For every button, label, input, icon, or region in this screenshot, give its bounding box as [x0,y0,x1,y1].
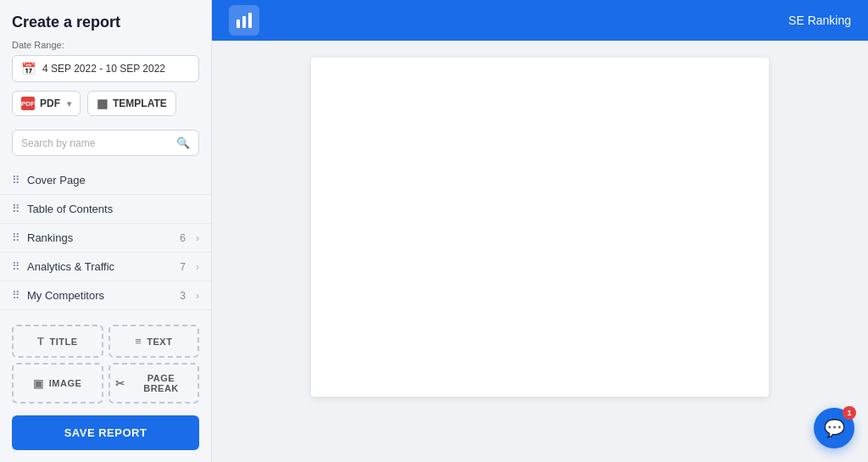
text-icon: ≡ [135,335,142,348]
report-preview-area [212,41,868,462]
chevron-right-icon: › [196,261,199,273]
drag-icon: ⠿ [12,231,20,244]
report-page [311,58,769,397]
chevron-right-icon: › [196,290,199,302]
section-count: 3 [180,290,186,302]
drag-icon: ⠿ [12,203,20,215]
date-range-value: 4 SEP 2022 - 10 SEP 2022 [42,63,165,75]
report-logo [229,5,259,36]
add-title-label: TITLE [49,337,77,347]
section-item-cover-page[interactable]: ⠿ Cover Page [0,166,211,195]
save-report-button[interactable]: SAVE REPORT [12,415,199,450]
search-input[interactable] [21,137,170,149]
section-item-rankings[interactable]: ⠿ Rankings 6 › [0,224,211,253]
search-icon: 🔍 [176,136,190,149]
format-row: PDF PDF ▾ ▦ TEMPLATE [12,91,199,116]
section-count: 6 [180,232,186,244]
section-name: Rankings [27,231,173,244]
section-item-my-competitors[interactable]: ⠿ My Competitors 3 › [0,281,211,310]
section-item-table-of-contents[interactable]: ⠿ Table of Contents [0,195,211,224]
report-header: SE Ranking [212,0,868,41]
section-name: My Competitors [27,289,173,302]
add-text-label: TEXT [147,337,172,347]
pdf-dropdown[interactable]: PDF PDF ▾ [12,91,81,116]
title-icon: T [37,335,44,348]
section-item-social-media[interactable]: ⠿ Social Media 3 › [0,310,211,318]
section-name: Table of Contents [27,203,199,215]
section-name: Cover Page [27,174,199,186]
drag-icon: ⠿ [12,174,20,186]
add-block-buttons: T TITLE ≡ TEXT ▣ IMAGE ✂ PAGE BREAK [0,318,211,410]
add-page-break-button[interactable]: ✂ PAGE BREAK [108,363,200,404]
section-list: ⠿ Cover Page ⠿ Table of Contents ⠿ Ranki… [0,163,211,318]
left-panel: Create a report Date Range: 📅 4 SEP 2022… [0,0,212,462]
image-icon: ▣ [33,377,44,390]
svg-rect-0 [236,19,240,28]
section-item-analytics-traffic[interactable]: ⠿ Analytics & Traffic 7 › [0,253,211,281]
template-button[interactable]: ▦ TEMPLATE [87,91,176,116]
calendar-icon: 📅 [21,62,36,75]
search-container: 🔍 [0,123,211,163]
date-range-picker[interactable]: 📅 4 SEP 2022 - 10 SEP 2022 [12,55,199,82]
chevron-right-icon: › [196,232,199,244]
svg-rect-2 [248,13,252,28]
panel-header: Create a report Date Range: 📅 4 SEP 2022… [0,0,211,123]
drag-icon: ⠿ [12,289,20,302]
chat-widget[interactable]: 💬 1 [814,408,854,448]
add-image-label: IMAGE [49,378,82,388]
pdf-chevron-icon: ▾ [67,99,71,109]
add-image-button[interactable]: ▣ IMAGE [12,363,103,404]
chat-notification-badge: 1 [843,406,856,420]
page-break-icon: ✂ [115,377,125,390]
add-text-button[interactable]: ≡ TEXT [108,325,200,358]
template-label: TEMPLATE [113,97,167,109]
section-name: Analytics & Traffic [27,260,173,273]
add-title-button[interactable]: T TITLE [12,325,103,358]
right-panel: SE Ranking [212,0,868,462]
search-box: 🔍 [12,130,199,156]
svg-rect-1 [242,16,246,28]
drag-icon: ⠿ [12,260,20,273]
pdf-label: PDF [40,97,60,109]
page-title: Create a report [12,14,199,31]
add-page-break-label: PAGE BREAK [130,373,192,393]
section-count: 7 [180,261,186,273]
template-icon: ▦ [97,97,108,110]
date-label: Date Range: [12,40,199,50]
chat-icon: 💬 [824,418,845,438]
pdf-icon: PDF [21,97,35,110]
report-brand-name: SE Ranking [788,14,851,27]
